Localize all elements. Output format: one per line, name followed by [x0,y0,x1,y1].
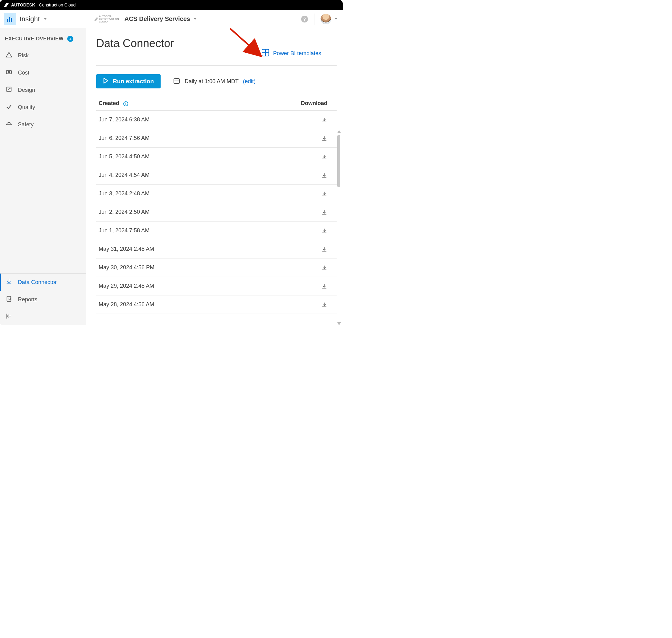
run-extraction-button[interactable]: Run extraction [96,74,161,88]
sidebar-item-label: Quality [18,104,35,111]
cell-created: Jun 1, 2024 7:58 AM [99,228,149,234]
app-header: Insight AUTODESKCONSTRUCTIONCLOUD ACS De… [0,10,343,28]
cell-created: May 29, 2024 2:48 AM [99,283,154,289]
grid-icon [261,49,269,58]
download-button[interactable] [321,265,327,271]
table-row: Jun 1, 2024 7:58 AM [96,221,337,240]
avatar [321,14,331,24]
data-connector-icon [5,278,12,286]
run-extraction-label: Run extraction [113,78,154,85]
play-icon [103,78,109,85]
table-row: May 28, 2024 4:56 AM [96,296,337,314]
download-button[interactable] [321,228,327,234]
svg-rect-0 [7,19,8,22]
sidebar-item-label: Data Connector [18,279,57,286]
cell-created: May 28, 2024 4:56 AM [99,301,154,308]
cell-created: May 30, 2024 4:56 PM [99,264,154,271]
divider [96,65,337,66]
download-button[interactable] [321,302,327,308]
table-row: Jun 6, 2024 7:56 AM [96,129,337,148]
safety-icon [5,120,12,129]
user-menu[interactable] [321,14,338,24]
sidebar-item-label: Safety [18,121,34,128]
download-button[interactable] [321,246,327,252]
quality-icon [5,103,12,112]
svg-rect-5 [6,70,12,73]
svg-rect-2 [11,18,12,22]
sidebar-item-cost[interactable]: Cost [0,64,86,81]
table-row: May 29, 2024 2:48 AM [96,277,337,296]
svg-rect-1 [9,17,10,22]
download-button[interactable] [321,209,327,215]
cell-created: Jun 5, 2024 4:50 AM [99,153,149,160]
calendar-icon [173,77,180,86]
table-row: Jun 7, 2024 6:38 AM [96,111,337,129]
cell-created: Jun 6, 2024 7:56 AM [99,135,149,141]
brand-bar: AUTODESK Construction Cloud [0,0,343,10]
risk-icon [5,51,12,60]
powerbi-templates-link[interactable]: Power BI templates [261,49,321,58]
account-badge-icon: AUTODESKCONSTRUCTIONCLOUD [94,15,119,23]
insight-icon [4,13,16,25]
main-content: Data Connector Power BI templates Run [86,28,343,325]
download-button[interactable] [321,135,327,141]
collapse-icon [5,313,12,321]
autodesk-logo-icon [4,3,9,7]
cell-created: Jun 4, 2024 4:54 AM [99,172,149,178]
sidebar-item-label: Risk [18,52,29,59]
sidebar-item-design[interactable]: Design [0,81,86,99]
chevron-down-icon [193,16,197,22]
collapse-sidebar-button[interactable] [0,308,86,325]
help-icon[interactable]: ? [301,16,308,22]
reports-icon [5,296,12,304]
account-name: ACS Delivery Services [124,15,190,22]
download-button[interactable] [321,191,327,197]
chevron-down-icon [44,16,47,22]
info-icon[interactable]: i [123,101,128,106]
table-row: May 30, 2024 4:56 PM [96,258,337,277]
design-icon [5,86,12,94]
sidebar-item-reports[interactable]: Reports [0,291,86,308]
download-button[interactable] [321,172,327,178]
add-dashboard-button[interactable]: + [67,36,73,42]
sidebar: EXECUTIVE OVERVIEW + RiskCostDesignQuali… [0,28,86,325]
sidebar-item-data-connector[interactable]: Data Connector [0,273,86,291]
svg-rect-14 [174,79,179,83]
table-row: Jun 2, 2024 2:50 AM [96,203,337,221]
svg-point-6 [8,71,10,73]
cost-icon [5,69,12,77]
cell-created: Jun 3, 2024 2:48 AM [99,190,149,197]
extractions-table: Created i Download Jun 7, 2024 6:38 AMJu… [96,97,337,314]
download-button[interactable] [321,283,327,289]
edit-schedule-link[interactable]: (edit) [243,78,256,85]
sidebar-item-risk[interactable]: Risk [0,47,86,64]
cell-created: Jun 7, 2024 6:38 AM [99,116,149,123]
sidebar-item-label: Reports [18,296,37,303]
table-row: Jun 5, 2024 4:50 AM [96,148,337,166]
chevron-down-icon [334,16,338,22]
sidebar-item-label: Design [18,87,35,93]
col-created: Created [99,100,119,106]
download-button[interactable] [321,154,327,160]
table-row: May 31, 2024 2:48 AM [96,240,337,258]
brand-product: Construction Cloud [39,2,76,7]
brand-company: AUTODESK [11,2,35,7]
tool-switcher[interactable]: Insight [0,10,86,28]
tool-name: Insight [20,15,40,23]
download-button[interactable] [321,117,327,123]
schedule-info: Daily at 1:00 AM MDT (edit) [173,77,256,86]
divider [314,14,314,24]
scrollbar[interactable] [337,130,341,325]
col-download: Download [301,100,327,106]
cell-created: May 31, 2024 2:48 AM [99,246,154,252]
schedule-text: Daily at 1:00 AM MDT [185,78,239,85]
sidebar-item-label: Cost [18,70,29,76]
account-switcher[interactable]: ACS Delivery Services [124,15,197,22]
sidebar-item-safety[interactable]: Safety [0,116,86,133]
svg-point-4 [9,56,9,56]
table-row: Jun 4, 2024 4:54 AM [96,166,337,185]
page-title: Data Connector [96,37,337,50]
sidebar-item-quality[interactable]: Quality [0,99,86,116]
table-row: Jun 3, 2024 2:48 AM [96,185,337,203]
sidebar-section-title: EXECUTIVE OVERVIEW [5,36,64,41]
